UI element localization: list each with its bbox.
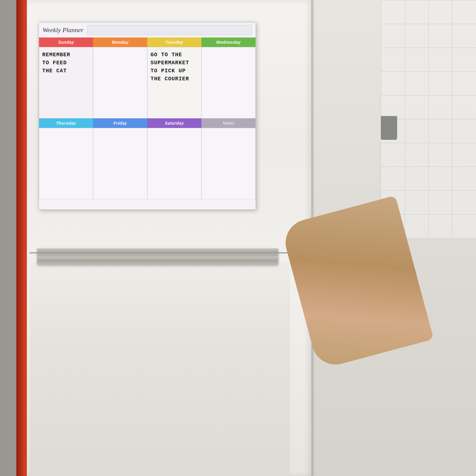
day-header-wednesday: Wednesday xyxy=(201,37,256,47)
cell-thursday[interactable] xyxy=(39,128,93,199)
planner-grid-row2-headers: Thursday Friday Saturday Notes xyxy=(39,118,256,128)
planner-grid-row2-cells xyxy=(39,128,256,199)
planner-grid-row1-headers: Sunday Monday Tuesday Wednesday xyxy=(39,37,256,47)
planner-header: Weekly Planner xyxy=(39,23,256,37)
day-header-monday: Monday xyxy=(93,37,147,47)
planner-title: Weekly Planner xyxy=(43,26,84,34)
day-header-sunday: Sunday xyxy=(39,37,93,47)
cell-saturday[interactable] xyxy=(147,128,201,199)
sunday-text: REMEMBERTO FEEDTHE CAT xyxy=(42,51,90,75)
planner-title-input[interactable] xyxy=(87,25,252,35)
day-header-friday: Friday xyxy=(93,118,147,128)
cell-monday[interactable] xyxy=(93,47,147,118)
day-header-notes: Notes xyxy=(201,118,256,128)
day-header-tuesday: Tuesday xyxy=(147,37,201,47)
weekly-planner-board: Weekly Planner Sunday Monday Tuesday Wed… xyxy=(39,22,256,210)
cell-wednesday[interactable] xyxy=(201,47,256,118)
planner-grid-row1-cells: REMEMBERTO FEEDTHE CAT GO TO THESUPERMAR… xyxy=(39,47,256,118)
day-header-thursday: Thursday xyxy=(39,118,93,128)
cell-notes[interactable] xyxy=(201,128,256,199)
day-header-saturday: Saturday xyxy=(147,118,201,128)
fridge-bottom xyxy=(30,262,290,476)
fridge-divider xyxy=(30,252,289,253)
tuesday-text: GO TO THESUPERMARKETTO PICK UPTHE COURIE… xyxy=(151,51,198,83)
utensil-holder xyxy=(381,116,397,140)
fridge-handle-bottom xyxy=(37,256,278,265)
cell-friday[interactable] xyxy=(93,128,147,199)
cell-sunday[interactable]: REMEMBERTO FEEDTHE CAT xyxy=(39,47,93,118)
cell-tuesday[interactable]: GO TO THESUPERMARKETTO PICK UPTHE COURIE… xyxy=(147,47,201,118)
